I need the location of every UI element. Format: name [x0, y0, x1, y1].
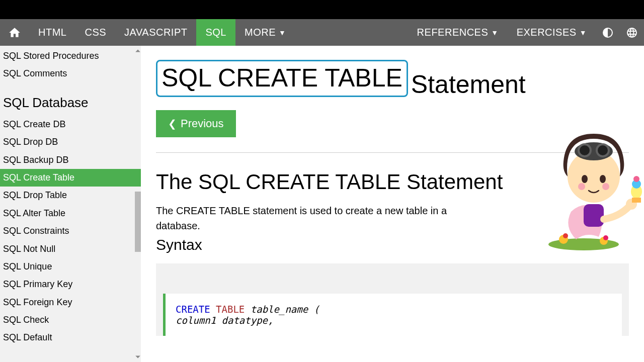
code-block: CREATE TABLE table_name ( column1 dataty…	[163, 294, 622, 336]
mascot-illustration	[528, 111, 644, 252]
content-container: SQL Stored Procedures SQL Comments SQL D…	[0, 46, 644, 362]
nav-exercises-label: EXERCISES	[517, 27, 577, 38]
sidebar-item-foreign-key[interactable]: SQL Foreign Key	[0, 294, 141, 311]
code-keyword-table: TABLE	[216, 304, 245, 315]
sidebar-item-drop-table[interactable]: SQL Drop Table	[0, 187, 141, 204]
svg-point-14	[580, 145, 590, 155]
nav-exercises[interactable]: EXERCISES▼	[508, 19, 596, 46]
caret-down-icon: ▼	[580, 29, 587, 37]
sidebar-item-stored-procedures[interactable]: SQL Stored Procedures	[0, 47, 141, 65]
sidebar-item-alter-table[interactable]: SQL Alter Table	[0, 205, 141, 222]
code-example-wrapper: CREATE TABLE table_name ( column1 dataty…	[156, 263, 629, 336]
sidebar-item-backup-db[interactable]: SQL Backup DB	[0, 151, 141, 169]
sidebar-item-create-table[interactable]: SQL Create Table	[0, 169, 141, 187]
title-highlight-box: SQL CREATE TABLE	[156, 60, 408, 97]
svg-point-7	[582, 175, 588, 183]
previous-button[interactable]: ❮Previous	[156, 110, 236, 137]
code-text: column1 datatype,	[176, 315, 273, 326]
nav-sql[interactable]: SQL	[196, 19, 235, 46]
nav-references-label: REFERENCES	[417, 27, 489, 38]
caret-down-icon: ▼	[491, 29, 498, 37]
svg-point-9	[578, 183, 585, 190]
svg-point-2	[563, 233, 568, 238]
sidebar-item-create-db[interactable]: SQL Create DB	[0, 116, 141, 133]
svg-rect-5	[584, 204, 604, 227]
sidebar-item-check[interactable]: SQL Check	[0, 311, 141, 329]
page-title-rest: Statement	[411, 70, 526, 99]
window-letterbox	[0, 0, 644, 19]
page-title-row: SQL CREATE TABLEStatement	[156, 56, 629, 99]
home-button[interactable]	[0, 19, 29, 46]
main-content: SQL CREATE TABLEStatement ❮Previous The …	[141, 46, 644, 362]
svg-point-15	[598, 145, 608, 155]
nav-more-label: MORE	[245, 27, 276, 38]
sidebar-item-not-null[interactable]: SQL Not Null	[0, 240, 141, 258]
page-title-boxed: SQL CREATE TABLE	[162, 64, 403, 92]
nav-references[interactable]: REFERENCES▼	[408, 19, 508, 46]
home-icon	[8, 26, 21, 39]
sidebar-item-primary-key[interactable]: SQL Primary Key	[0, 276, 141, 293]
svg-point-19	[633, 176, 639, 182]
section-description: The CREATE TABLE statement is used to cr…	[156, 203, 468, 233]
previous-label: Previous	[181, 117, 224, 130]
sidebar-item-unique[interactable]: SQL Unique	[0, 258, 141, 276]
sidebar-heading: SQL Database	[0, 83, 141, 116]
svg-point-4	[603, 235, 608, 240]
topnav: HTML CSS JAVASCRIPT SQL MORE▼ REFERENCES…	[0, 19, 644, 46]
svg-point-10	[602, 183, 609, 190]
scroll-up-icon[interactable]	[135, 48, 141, 54]
nav-javascript[interactable]: JAVASCRIPT	[115, 19, 196, 46]
code-text: table_name (	[251, 304, 319, 315]
caret-down-icon: ▼	[279, 29, 286, 37]
sidebar-item-comments[interactable]: SQL Comments	[0, 65, 141, 82]
code-keyword-create: CREATE	[176, 304, 210, 315]
chevron-left-icon: ❮	[168, 118, 177, 130]
nav-more[interactable]: MORE▼	[235, 19, 295, 46]
sidebar-item-drop-db[interactable]: SQL Drop DB	[0, 133, 141, 151]
sidebar-item-constraints[interactable]: SQL Constraints	[0, 222, 141, 240]
nav-css[interactable]: CSS	[75, 19, 115, 46]
scroll-down-icon[interactable]	[135, 354, 141, 360]
sidebar: SQL Stored Procedures SQL Comments SQL D…	[0, 46, 141, 362]
svg-point-0	[548, 238, 619, 250]
globe-icon	[626, 27, 638, 39]
contrast-icon	[602, 27, 614, 39]
globe-button[interactable]	[620, 19, 644, 46]
scrollbar-thumb[interactable]	[135, 192, 141, 252]
nav-html[interactable]: HTML	[29, 19, 75, 46]
svg-point-8	[600, 175, 606, 183]
theme-toggle-button[interactable]	[596, 19, 620, 46]
sidebar-item-default[interactable]: SQL Default	[0, 329, 141, 346]
svg-rect-20	[632, 198, 641, 203]
